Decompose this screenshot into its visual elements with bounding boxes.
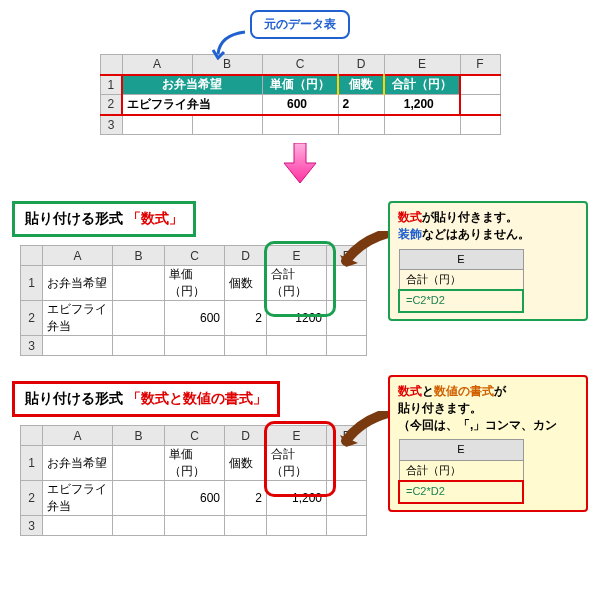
bubble-formula-format: 数式と数値の書式が 貼り付きます。 （今回は、「,」コンマ、カン E 合計（円）…: [388, 375, 588, 512]
hdr-price: 単価（円）: [262, 75, 338, 95]
source-callout: 元のデータ表: [250, 10, 350, 39]
cell-qty: 2: [338, 95, 384, 115]
label-accent: 「数式と数値の書式」: [127, 390, 267, 406]
formula-cell: =C2*D2: [399, 481, 523, 502]
cell-bento: エビフライ弁当: [122, 95, 262, 115]
col-D: D: [338, 55, 384, 75]
label-prefix: 貼り付ける形式: [25, 210, 123, 226]
cell-price: 600: [262, 95, 338, 115]
mini-table-formula-format: E 合計（円） =C2*D2: [398, 439, 524, 503]
label-accent: 「数式」: [127, 210, 183, 226]
col-F: F: [460, 55, 500, 75]
formula-cell: =C2*D2: [399, 290, 523, 311]
bubble-formula: 数式が貼り付きます。 装飾などはありません。 E 合計（円） =C2*D2: [388, 201, 588, 321]
down-arrow-icon: [282, 143, 318, 183]
hdr-bento: お弁当希望: [122, 75, 262, 95]
label-formula-format: 貼り付ける形式 「数式と数値の書式」: [12, 381, 280, 417]
source-table: A B C D E F 1 お弁当希望 単価（円） 個数 合計（円） 2 エビフ…: [100, 54, 501, 135]
col-A: A: [122, 55, 192, 75]
row-2: 2: [100, 95, 122, 115]
row-1: 1: [100, 75, 122, 95]
mini-table-formula: E 合計（円） =C2*D2: [398, 249, 524, 313]
section-formula: 貼り付ける形式 「数式」 A B C D E F 1 お弁当希望 単価（円） 個…: [10, 201, 590, 351]
cell-total: 1,200: [384, 95, 460, 115]
col-C: C: [262, 55, 338, 75]
hdr-qty: 個数: [338, 75, 384, 95]
paste-formula-format-table: A B C D E F 1 お弁当希望 単価（円） 個数 合計（円） 2 エビフ…: [20, 425, 367, 536]
label-prefix: 貼り付ける形式: [25, 390, 123, 406]
row-3: 3: [100, 115, 122, 135]
swoosh-arrow-icon: [340, 411, 390, 451]
label-formula: 貼り付ける形式 「数式」: [12, 201, 196, 237]
paste-formula-table: A B C D E F 1 お弁当希望 単価（円） 個数 合計（円） 2 エビフ…: [20, 245, 367, 356]
arrow-curve-icon: [210, 30, 250, 60]
col-E: E: [384, 55, 460, 75]
section-formula-format: 貼り付ける形式 「数式と数値の書式」 A B C D E F 1 お弁当希望 単…: [10, 381, 590, 551]
swoosh-arrow-icon: [340, 231, 390, 271]
hdr-total: 合計（円）: [384, 75, 460, 95]
